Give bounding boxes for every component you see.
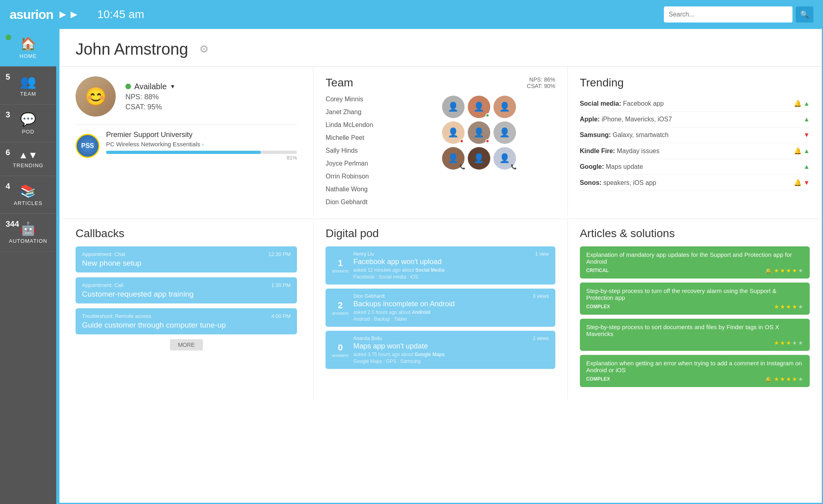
csat-stat: CSAT: 95%	[125, 103, 176, 111]
article-bottom-2: COMPLEX ★ ★ ★ ★ ★	[586, 303, 803, 310]
team-avatar-dion[interactable]: 👤 📞	[493, 147, 516, 170]
team-member-1: Corey Minnis	[326, 96, 439, 103]
trend-down-icon: ▼	[803, 131, 810, 139]
more-button[interactable]: MORE	[170, 339, 203, 350]
article-card-2[interactable]: Step-by-step process to turn off the rec…	[580, 283, 810, 315]
star-2: ★	[780, 376, 785, 382]
team-header: Team NPS: 86% CSAT: 90%	[326, 76, 555, 89]
psu-course[interactable]: PC Wireless Networking Essentials ›	[106, 141, 297, 148]
answer-count-3: 0	[338, 342, 343, 353]
search-button[interactable]: 🔍	[796, 6, 813, 23]
sidebar-item-articles[interactable]: 4 📚 ARTICLES	[0, 176, 56, 214]
callback-desc-1: New phone setup	[82, 259, 291, 268]
sidebar-item-label: TEAM	[20, 91, 36, 97]
callback-card-2[interactable]: Appointment: Call 1:30 PM Customer-reque…	[76, 277, 297, 303]
article-badge-1: CRITICAL	[586, 268, 609, 273]
pod-badge: 3	[6, 110, 10, 119]
callbacks-header: Callbacks	[76, 227, 297, 240]
pod-card-2[interactable]: 2 answers Dion Gebhardt 3 views Backups …	[326, 289, 555, 327]
sidebar-item-pod[interactable]: 3 💬 POD	[0, 104, 56, 142]
psu-card: PSS Premier Support University PC Wirele…	[76, 125, 297, 166]
search-input[interactable]	[664, 6, 792, 23]
trending-item-6: Sonos: speakers, iOS app 🔔 ▼	[580, 175, 810, 191]
team-avatar-nathalie[interactable]: 👤	[468, 147, 490, 170]
callback-card-3[interactable]: Troubleshoot: Remote access 4:00 PM Guid…	[76, 308, 297, 334]
gear-icon[interactable]: ⚙	[199, 43, 209, 55]
trending-item-1: Social media: Facebook app 🔔 ▲	[580, 96, 810, 112]
callback-time-1: 12:30 PM	[268, 251, 291, 257]
call-icon: 📞	[511, 164, 517, 170]
star-2: ★	[780, 340, 785, 346]
team-avatars: 👤 👤 👤 👤 👤	[442, 96, 555, 206]
pod-question-1: Facebook app won't upload	[353, 258, 549, 266]
sidebar-item-team[interactable]: 5 👥 TEAM	[0, 67, 56, 104]
articles-section: Articles & solutions Explanation of mand…	[568, 219, 822, 399]
trending-icons-2: ▲	[803, 116, 810, 123]
answer-label-3: answers	[332, 353, 348, 358]
team-avatar-joyce[interactable]: 👤	[493, 121, 516, 144]
logo-area: asurion ►►	[10, 7, 80, 22]
star-3: ★	[786, 267, 791, 274]
pod-views-3: 2 views	[533, 336, 549, 341]
team-avatar-sally[interactable]: 👤	[468, 121, 490, 144]
team-member-5: Sally Hinds	[326, 147, 439, 154]
team-avatar-janet[interactable]: 👤	[468, 96, 490, 118]
course-name: PC Wireless Networking Essentials	[106, 141, 200, 148]
bell-icon: 🔔	[794, 179, 802, 186]
team-grid: Corey Minnis Janet Zhang Linda McLendon …	[326, 96, 555, 206]
trending-text-6: Sonos: speakers, iOS app	[580, 179, 656, 186]
pod-card-1[interactable]: 1 answers Henry Liu 1 view Facebook app …	[326, 246, 555, 285]
availability-selector[interactable]: Available ▼	[125, 82, 176, 91]
sidebar-item-automation[interactable]: 344 🤖 AUTOMATION	[0, 214, 56, 252]
sidebar-item-home[interactable]: 🏠 HOME	[0, 29, 56, 67]
article-badge-2: COMPLEX	[586, 304, 610, 309]
answer-label-2: answers	[332, 311, 348, 316]
trending-icons-1: 🔔 ▲	[794, 100, 810, 107]
callbacks-title: Callbacks	[76, 227, 124, 240]
team-member-2: Janet Zhang	[326, 109, 439, 116]
pod-meta-2: asked 2.5 hours ago about Android	[353, 309, 549, 315]
pod-meta-1: asked 12 minutes ago about Social Media	[353, 267, 549, 273]
team-avatar-linda[interactable]: 👤	[493, 96, 516, 118]
team-member-7: Orrin Robinson	[326, 173, 439, 180]
trending-icons-6: 🔔 ▼	[794, 179, 810, 186]
star-1: ★	[774, 267, 779, 274]
team-nps-csat: NPS: 86% CSAT: 90%	[527, 76, 555, 89]
article-card-4[interactable]: Explanation when getting an error when t…	[580, 355, 810, 387]
article-bottom-3: ★ ★ ★ ★ ★	[586, 340, 803, 346]
pod-card-3[interactable]: 0 answers Ananda Bollu 2 views Maps app …	[326, 331, 555, 369]
trend-up-icon: ▲	[803, 116, 810, 123]
busy-indicator	[460, 139, 464, 143]
star-1: ★	[774, 376, 779, 382]
pod-meta-3: asked 3.75 hours ago about Google Maps	[353, 352, 549, 357]
article-card-1[interactable]: Explanation of mandatory app updates for…	[580, 246, 810, 279]
sidebar-item-label: POD	[22, 129, 34, 135]
sidebar-item-trending[interactable]: 6 ▲▼ TRENDING	[0, 142, 56, 176]
team-avatar-corey[interactable]: 👤	[442, 96, 465, 118]
trending-section: Trending Social media: Facebook app 🔔 ▲ …	[568, 67, 822, 215]
bell-icon: 🔔	[794, 100, 802, 107]
article-card-3[interactable]: Step-by-step process to sort documents a…	[580, 319, 810, 351]
callback-desc-2: Customer-requested app training	[82, 290, 291, 299]
trending-title: Trending	[580, 76, 624, 89]
sidebar-item-label: HOME	[20, 53, 37, 59]
article-stars-4: 🔔 ★ ★ ★ ★ ★	[765, 376, 803, 382]
trending-text-1: Social media: Facebook app	[580, 100, 664, 107]
team-avatar-michelle[interactable]: 👤	[442, 121, 465, 144]
user-card: 😊 Available ▼ NPS: 88% CSAT: 95%	[76, 76, 297, 117]
trending-badge: 6	[6, 148, 10, 157]
team-member-4: Michelle Peet	[326, 134, 439, 141]
articles-badge: 4	[6, 182, 10, 191]
trending-item-4: Kindle Fire: Mayday issues 🔔 ▲	[580, 143, 810, 159]
available-dot	[125, 84, 131, 89]
star-5: ★	[798, 303, 803, 310]
call-icon: 📞	[459, 164, 465, 170]
callback-card-1[interactable]: Appointment: Chat 12:30 PM New phone set…	[76, 246, 297, 272]
trending-item-5: Google: Maps update ▲	[580, 159, 810, 175]
pod-content-1: Henry Liu 1 view Facebook app won't uplo…	[353, 251, 549, 280]
logo-text: asurion	[10, 7, 53, 22]
team-avatar-orrin[interactable]: 👤 📞	[442, 147, 465, 170]
callback-top-2: Appointment: Call 1:30 PM	[82, 282, 291, 288]
search-area: 🔍	[664, 6, 813, 23]
user-stats: Available ▼ NPS: 88% CSAT: 95%	[125, 82, 176, 111]
